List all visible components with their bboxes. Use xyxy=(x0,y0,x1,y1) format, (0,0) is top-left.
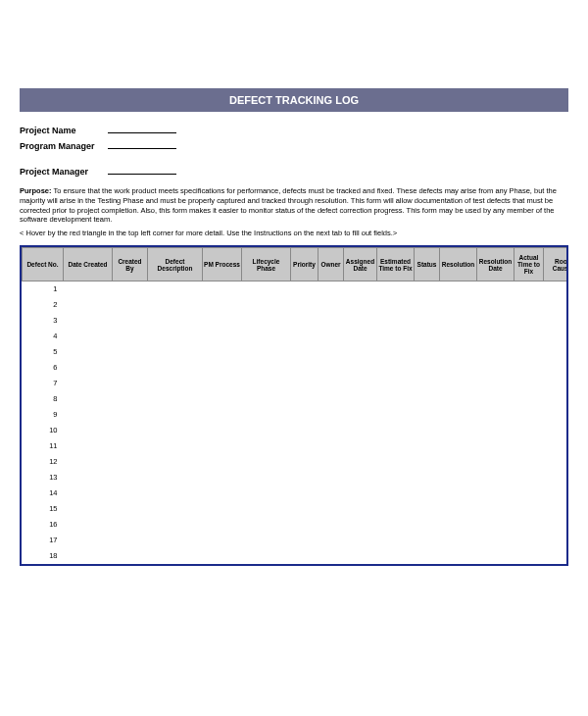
table-cell[interactable] xyxy=(477,517,514,533)
table-cell[interactable] xyxy=(291,376,318,391)
table-cell[interactable] xyxy=(203,344,242,360)
table-cell[interactable] xyxy=(477,297,514,313)
table-cell[interactable] xyxy=(415,281,440,297)
table-cell[interactable] xyxy=(377,407,415,423)
table-cell[interactable] xyxy=(415,407,440,423)
table-cell[interactable] xyxy=(291,533,318,548)
table-cell[interactable] xyxy=(64,438,113,454)
table-cell[interactable] xyxy=(344,360,377,376)
table-cell[interactable] xyxy=(440,533,477,548)
table-cell[interactable] xyxy=(477,281,514,297)
table-cell[interactable] xyxy=(318,391,344,407)
table-cell[interactable] xyxy=(148,454,203,470)
defect-number-cell[interactable]: 5 xyxy=(23,344,64,360)
table-cell[interactable] xyxy=(318,501,344,517)
table-cell[interactable] xyxy=(477,533,514,548)
defect-number-cell[interactable]: 17 xyxy=(23,533,64,548)
table-cell[interactable] xyxy=(318,517,344,533)
table-cell[interactable] xyxy=(148,533,203,548)
table-cell[interactable] xyxy=(242,501,291,517)
table-cell[interactable] xyxy=(242,281,291,297)
table-cell[interactable] xyxy=(440,360,477,376)
table-cell[interactable] xyxy=(514,376,544,391)
table-cell[interactable] xyxy=(291,329,318,344)
table-cell[interactable] xyxy=(415,438,440,454)
table-cell[interactable] xyxy=(203,423,242,438)
table-cell[interactable] xyxy=(514,281,544,297)
table-cell[interactable] xyxy=(344,297,377,313)
table-cell[interactable] xyxy=(291,454,318,470)
table-cell[interactable] xyxy=(242,329,291,344)
table-cell[interactable] xyxy=(477,376,514,391)
table-cell[interactable] xyxy=(242,360,291,376)
table-row[interactable]: 7 xyxy=(23,376,569,391)
table-cell[interactable] xyxy=(477,360,514,376)
table-cell[interactable] xyxy=(318,533,344,548)
table-cell[interactable] xyxy=(148,486,203,501)
table-cell[interactable] xyxy=(203,329,242,344)
table-row[interactable]: 6 xyxy=(23,360,569,376)
table-cell[interactable] xyxy=(415,533,440,548)
table-row[interactable]: 9 xyxy=(23,407,569,423)
table-cell[interactable] xyxy=(344,454,377,470)
table-cell[interactable] xyxy=(148,360,203,376)
table-cell[interactable] xyxy=(377,376,415,391)
table-cell[interactable] xyxy=(291,423,318,438)
table-cell[interactable] xyxy=(514,423,544,438)
table-cell[interactable] xyxy=(291,438,318,454)
table-cell[interactable] xyxy=(64,313,113,329)
table-cell[interactable] xyxy=(544,423,569,438)
table-cell[interactable] xyxy=(203,313,242,329)
table-row[interactable]: 2 xyxy=(23,297,569,313)
table-cell[interactable] xyxy=(544,281,569,297)
table-cell[interactable] xyxy=(415,454,440,470)
table-cell[interactable] xyxy=(148,344,203,360)
table-cell[interactable] xyxy=(514,329,544,344)
defect-number-cell[interactable]: 11 xyxy=(23,438,64,454)
table-cell[interactable] xyxy=(377,517,415,533)
table-cell[interactable] xyxy=(242,486,291,501)
table-cell[interactable] xyxy=(318,329,344,344)
table-cell[interactable] xyxy=(377,501,415,517)
table-cell[interactable] xyxy=(514,486,544,501)
table-cell[interactable] xyxy=(544,329,569,344)
table-cell[interactable] xyxy=(440,438,477,454)
defect-number-cell[interactable]: 8 xyxy=(23,391,64,407)
table-cell[interactable] xyxy=(415,360,440,376)
table-cell[interactable] xyxy=(377,344,415,360)
table-cell[interactable] xyxy=(318,407,344,423)
table-cell[interactable] xyxy=(113,533,148,548)
table-row[interactable]: 15 xyxy=(23,501,569,517)
table-cell[interactable] xyxy=(440,454,477,470)
table-cell[interactable] xyxy=(477,454,514,470)
table-cell[interactable] xyxy=(148,313,203,329)
defect-number-cell[interactable]: 9 xyxy=(23,407,64,423)
table-cell[interactable] xyxy=(514,548,544,564)
table-cell[interactable] xyxy=(415,501,440,517)
table-cell[interactable] xyxy=(64,486,113,501)
table-cell[interactable] xyxy=(544,501,569,517)
table-cell[interactable] xyxy=(242,454,291,470)
table-cell[interactable] xyxy=(440,391,477,407)
table-cell[interactable] xyxy=(377,360,415,376)
table-cell[interactable] xyxy=(344,391,377,407)
table-cell[interactable] xyxy=(477,391,514,407)
table-cell[interactable] xyxy=(318,454,344,470)
table-cell[interactable] xyxy=(514,407,544,423)
table-cell[interactable] xyxy=(344,329,377,344)
table-cell[interactable] xyxy=(415,517,440,533)
table-cell[interactable] xyxy=(291,486,318,501)
table-cell[interactable] xyxy=(344,407,377,423)
program-manager-value[interactable] xyxy=(108,139,176,149)
table-cell[interactable] xyxy=(544,548,569,564)
table-cell[interactable] xyxy=(477,329,514,344)
defect-number-cell[interactable]: 16 xyxy=(23,517,64,533)
table-cell[interactable] xyxy=(377,391,415,407)
table-cell[interactable] xyxy=(440,297,477,313)
table-cell[interactable] xyxy=(64,454,113,470)
table-cell[interactable] xyxy=(514,313,544,329)
table-cell[interactable] xyxy=(377,438,415,454)
table-cell[interactable] xyxy=(344,501,377,517)
table-cell[interactable] xyxy=(242,407,291,423)
table-cell[interactable] xyxy=(318,376,344,391)
